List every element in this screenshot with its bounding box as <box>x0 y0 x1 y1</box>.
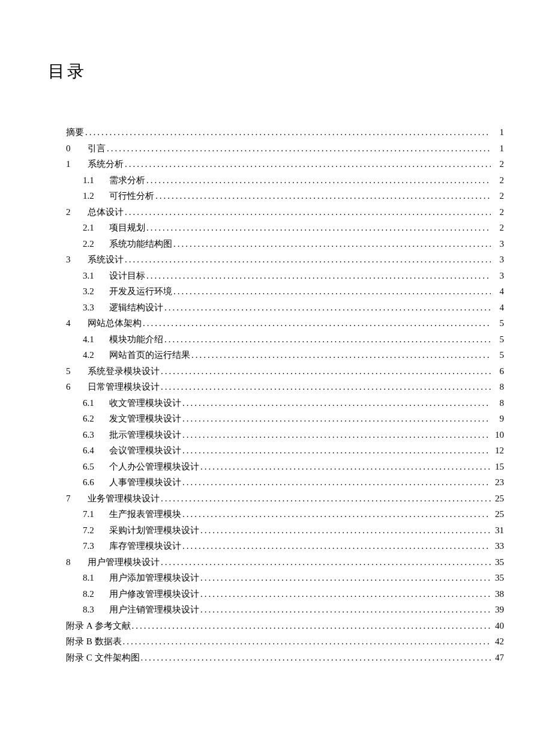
toc-entry: 附录 A 参考文献 40 <box>66 618 504 634</box>
toc-entry: 4.2网站首页的运行结果 5 <box>66 348 504 363</box>
toc-leader-dots <box>182 443 491 459</box>
toc-entry-page: 47 <box>492 650 504 666</box>
toc-entry: 3.1设计目标 3 <box>66 268 504 284</box>
toc-entry-number: 6.1 <box>83 396 109 411</box>
toc-leader-dots <box>200 523 491 539</box>
toc-entry-page: 5 <box>492 316 504 331</box>
toc-entry-text: 可行性分析 <box>109 191 154 201</box>
toc-entry-page: 2 <box>492 205 504 220</box>
toc-entry: 6.1收文管理模块设计 8 <box>66 396 504 411</box>
toc-entry-text: 设计目标 <box>109 271 145 280</box>
toc-entry: 0引言 1 <box>66 141 504 157</box>
toc-entry-page: 38 <box>492 587 504 602</box>
toc-leader-dots <box>182 475 491 491</box>
toc-entry-label: 7.2采购计划管理模块设计 <box>83 523 199 539</box>
toc-entry-label: 5系统登录模块设计 <box>66 364 160 380</box>
toc-entry: 4.1模块功能介绍 5 <box>66 332 504 348</box>
toc-leader-dots <box>161 555 491 570</box>
toc-entry-page: 23 <box>492 475 504 491</box>
toc-leader-dots <box>146 268 491 284</box>
toc-leader-dots <box>182 428 491 443</box>
toc-entry-text: 系统登录模块设计 <box>88 366 160 376</box>
toc-entry-text: 采购计划管理模块设计 <box>109 525 199 535</box>
toc-leader-dots <box>161 380 491 395</box>
toc-entry-page: 33 <box>492 539 504 554</box>
toc-entry-text: 用户注销管理模块设计 <box>109 605 199 614</box>
toc-entry: 8.3用户注销管理模块设计 39 <box>66 602 504 618</box>
toc-leader-dots <box>200 602 491 618</box>
toc-entry-label: 6.2发文管理模块设计 <box>83 411 181 427</box>
toc-entry-text: 摘要 <box>66 127 84 137</box>
toc-entry-page: 1 <box>492 141 504 157</box>
toc-entry-number: 6.3 <box>83 428 109 443</box>
toc-entry-label: 附录 B 数据表 <box>66 634 122 650</box>
toc-entry-label: 8.2用户修改管理模块设计 <box>83 587 199 602</box>
toc-entry: 3.3逻辑结构设计 4 <box>66 300 504 316</box>
toc-entry-number: 6.6 <box>83 475 109 491</box>
toc-entry-page: 31 <box>492 523 504 539</box>
toc-entry: 6.5个人办公管理模块设计 15 <box>66 459 504 475</box>
toc-entry-label: 7业务管理模块设计 <box>66 491 160 507</box>
toc-entry-number: 8.2 <box>83 587 109 602</box>
toc-entry-text: 网站首页的运行结果 <box>109 350 190 360</box>
toc-entry: 8.2用户修改管理模块设计 38 <box>66 587 504 602</box>
toc-entry-number: 7.1 <box>83 507 109 522</box>
toc-entry-label: 8用户管理模块设计 <box>66 555 160 570</box>
toc-entry-number: 2.2 <box>83 237 109 252</box>
toc-entry-label: 3.3逻辑结构设计 <box>83 300 163 316</box>
toc-entry-text: 开发及运行环境 <box>109 286 172 296</box>
toc-entry-page: 3 <box>492 252 504 268</box>
toc-leader-dots <box>155 189 491 204</box>
toc-entry-text: 系统设计 <box>88 255 124 264</box>
toc-entry: 7.2采购计划管理模块设计 31 <box>66 523 504 539</box>
toc-entry-number: 附录 B <box>66 637 92 646</box>
toc-entry-page: 25 <box>492 491 504 507</box>
toc-entry: 7业务管理模块设计25 <box>66 491 504 507</box>
toc-entry-page: 8 <box>492 380 504 395</box>
toc-entry-text: 业务管理模块设计 <box>88 494 160 503</box>
toc-entry-text: 网站总体架构 <box>88 318 142 328</box>
toc-leader-dots <box>125 205 491 220</box>
toc-entry-page: 2 <box>492 173 504 189</box>
toc-entry-number: 附录 A <box>66 621 92 631</box>
toc-entry-number: 0 <box>66 141 88 157</box>
toc-entry-label: 3系统设计 <box>66 252 124 268</box>
toc-entry-page: 2 <box>492 220 504 236</box>
toc-entry-text: 生产报表管理模块 <box>109 509 181 519</box>
toc-entry-text: 日常管理模块设计 <box>88 382 160 392</box>
toc-entry: 6.3批示管理模块设计 10 <box>66 428 504 443</box>
toc-entry-number: 2 <box>66 205 88 220</box>
toc-entry-text: 系统功能结构图 <box>109 239 172 249</box>
toc-entry-number: 2.1 <box>83 220 109 236</box>
toc-entry-number: 4.2 <box>83 348 109 363</box>
toc-entry-number: 7 <box>66 491 88 507</box>
toc-entry-text: 数据表 <box>95 637 122 646</box>
toc-leader-dots <box>85 125 491 141</box>
toc-entry: 7.3库存管理模块设计 33 <box>66 539 504 554</box>
toc-entry: 4网站总体架构 5 <box>66 316 504 331</box>
toc-entry-label: 4.1模块功能介绍 <box>83 332 163 348</box>
toc-entry-text: 参考文献 <box>95 621 131 631</box>
toc-entry-text: 需求分析 <box>109 175 145 185</box>
toc-entry-label: 8.3用户注销管理模块设计 <box>83 602 199 618</box>
toc-leader-dots <box>200 587 491 602</box>
toc-leader-dots <box>125 252 491 268</box>
toc-leader-dots <box>173 237 491 252</box>
toc-entry: 1系统分析 2 <box>66 157 504 172</box>
toc-leader-dots <box>173 284 491 300</box>
toc-entry-number: 6.2 <box>83 411 109 427</box>
toc-entry-label: 6.4会议管理模块设计 <box>83 443 181 459</box>
toc-entry-number: 8.1 <box>83 570 109 586</box>
toc-entry-page: 9 <box>492 411 504 427</box>
toc-entry-text: 库存管理模块设计 <box>109 541 181 551</box>
toc-entry-page: 35 <box>492 555 504 570</box>
toc-entry-number: 8 <box>66 555 88 570</box>
toc-entry-number: 5 <box>66 364 88 380</box>
toc-leader-dots <box>200 570 491 586</box>
toc-entry-number: 4 <box>66 316 88 331</box>
toc-entry: 2总体设计 2 <box>66 205 504 220</box>
toc-entry-label: 6.3批示管理模块设计 <box>83 428 181 443</box>
toc-entry: 附录 B 数据表 42 <box>66 634 504 650</box>
toc-entry-page: 2 <box>492 157 504 172</box>
toc-entry-number: 1 <box>66 157 88 172</box>
